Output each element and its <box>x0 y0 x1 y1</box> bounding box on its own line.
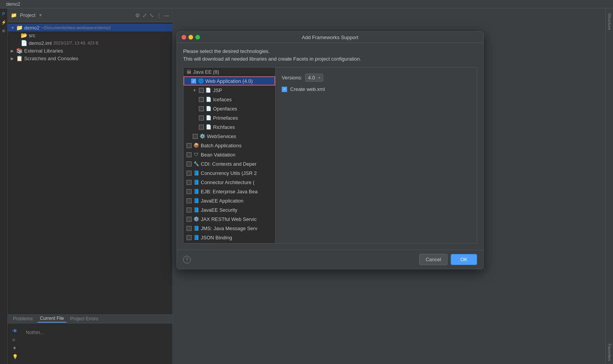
cdi-icon: 🔧 <box>193 161 199 167</box>
framework-list[interactable]: 🏛 Java EE (8) 🌐 Web Application (4.0) <box>183 67 275 244</box>
fw-label-connector: Connector Architecture ( <box>201 180 254 185</box>
fw-item-javaee-security[interactable]: 📘 JavaEE Security <box>183 205 275 214</box>
tree-arrow: ▼ <box>11 26 15 30</box>
bookmark-icon[interactable]: ⚡ <box>0 18 8 26</box>
folder-icon: 📁 <box>11 12 17 18</box>
fw-label-concurrency: Concurrency Utils (JSR 2 <box>201 170 257 176</box>
tree-item-external-libs[interactable]: ▶ 📚 External Libraries <box>8 47 172 54</box>
more-icon[interactable]: ⋮ <box>156 12 162 18</box>
project-icon[interactable]: P <box>0 10 8 18</box>
fw-checkbox-connector[interactable] <box>187 180 192 185</box>
close-button[interactable] <box>182 35 186 40</box>
fw-checkbox-webservices[interactable] <box>193 134 198 139</box>
tree-item-src[interactable]: 📂 src <box>8 31 172 39</box>
dialog-description: Please select the desired technologies. … <box>183 48 477 63</box>
fw-item-connector[interactable]: 📘 Connector Architecture ( <box>183 178 275 187</box>
fw-item-jax-restful[interactable]: ⚙️ JAX RESTful Web Servic <box>183 214 275 224</box>
panel-header: 📁 Project ▼ ⚙ ⤢ ⤡ ⋮ — <box>8 8 172 22</box>
fw-checkbox-cdi[interactable] <box>187 161 192 166</box>
fw-checkbox-jms[interactable] <box>187 226 192 231</box>
fw-item-web-app[interactable]: 🌐 Web Application (4.0) <box>183 76 275 86</box>
fw-checkbox-richfaces[interactable] <box>199 125 204 130</box>
fw-item-json-binding[interactable]: 📘 JSON Binding <box>183 233 275 242</box>
expand-icon[interactable]: ⤢ <box>142 12 147 18</box>
fw-checkbox-javaee-app[interactable] <box>187 198 192 203</box>
bottom-tab-bar: Problems: Current File Project Errors <box>8 315 172 323</box>
maximize-button[interactable] <box>195 35 200 40</box>
fw-item-bean-validation[interactable]: 🛡 Bean Validation <box>183 150 275 159</box>
fw-item-ejb[interactable]: 📘 EJB: Enterprise Java Bea <box>183 187 275 196</box>
fw-checkbox-jax-restful[interactable] <box>187 217 192 222</box>
jms-icon: 📘 <box>193 225 199 231</box>
filter-icon[interactable]: ▼ <box>12 346 18 351</box>
config-panel: Versions: 4.0 3.1 3.0 2.5 <box>275 67 477 244</box>
favorites-tab[interactable]: Favorites <box>606 341 613 364</box>
problems-label: Problems: <box>11 315 36 322</box>
close-panel-icon[interactable]: — <box>164 12 169 18</box>
fw-label-web-app: Web Application (4.0) <box>205 78 253 84</box>
minimize-button[interactable] <box>188 35 193 40</box>
list-icon[interactable]: ≡ <box>12 337 18 343</box>
fw-checkbox-openfaces[interactable] <box>199 106 204 111</box>
webservices-icon: ⚙️ <box>199 133 205 139</box>
tab-project-errors[interactable]: Project Errors <box>68 315 101 322</box>
fw-checkbox-icefaces[interactable] <box>199 97 204 102</box>
fw-checkbox-web-app[interactable] <box>191 79 196 84</box>
fw-item-richfaces[interactable]: 📄 Richfaces <box>183 122 275 132</box>
ok-button[interactable]: OK <box>451 254 477 265</box>
fw-item-openfaces[interactable]: 📄 Openfaces <box>183 104 275 113</box>
tree-root-path: ~/Documents/idea-workspace/demo2 <box>41 25 111 30</box>
javaee-group-header: 🏛 Java EE (8) <box>183 68 275 76</box>
tree-arrow: ▶ <box>11 49 15 53</box>
panel-title: Project <box>20 12 35 18</box>
fw-label-jms: JMS: Java Message Serv <box>201 226 257 231</box>
structure-tab[interactable]: Structure <box>606 10 613 33</box>
fw-item-batch[interactable]: 📦 Batch Applications <box>183 141 275 150</box>
fw-checkbox-json-binding[interactable] <box>187 235 192 240</box>
tree-root-label: demo2 <box>24 25 40 31</box>
project-tree[interactable]: ▼ 📁 demo2 ~/Documents/idea-workspace/dem… <box>8 22 172 314</box>
javaee-icon: 🏛 <box>187 69 192 75</box>
fw-checkbox-concurrency[interactable] <box>187 171 192 176</box>
fw-item-concurrency[interactable]: 📘 Concurrency Utils (JSR 2 <box>183 168 275 178</box>
fw-item-jms[interactable]: 📘 JMS: Java Message Serv <box>183 224 275 233</box>
fw-checkbox-ejb[interactable] <box>187 189 192 194</box>
dialog-body: Please select the desired technologies. … <box>177 43 483 250</box>
tab-current-file[interactable]: Current File <box>38 315 66 323</box>
fw-item-primefaces[interactable]: 📄 Primefaces <box>183 113 275 122</box>
fw-checkbox-jsp[interactable] <box>199 88 204 93</box>
version-select[interactable]: 4.0 3.1 3.0 2.5 <box>305 74 323 82</box>
cancel-button[interactable]: Cancel <box>419 254 448 265</box>
fw-checkbox-javaee-security[interactable] <box>187 208 192 212</box>
concurrency-icon: 📘 <box>193 170 199 176</box>
fw-item-cdi[interactable]: 🔧 CDI: Contexts and Deper <box>183 159 275 168</box>
tree-item-scratches[interactable]: ▶ 📋 Scratches and Consoles <box>8 54 172 62</box>
fw-item-json-processing[interactable]: 📘 JSON Processing (JSR 3! <box>183 242 275 244</box>
fw-checkbox-batch[interactable] <box>187 143 192 148</box>
fw-checkbox-bean-validation[interactable] <box>187 152 192 157</box>
create-webxml-checkbox[interactable] <box>282 87 287 92</box>
javaee-app-icon: 📘 <box>193 198 199 204</box>
primefaces-icon: 📄 <box>205 115 211 121</box>
tree-root-item[interactable]: ▼ 📁 demo2 ~/Documents/idea-workspace/dem… <box>8 24 172 31</box>
fw-item-webservices[interactable]: ⚙️ WebServices <box>183 132 275 141</box>
jsp-icon: 📄 <box>205 87 211 93</box>
fw-item-icefaces[interactable]: 📄 Icefaces <box>183 95 275 104</box>
version-select-wrap[interactable]: 4.0 3.1 3.0 2.5 <box>305 74 323 82</box>
git-icon[interactable]: ⊕ <box>0 27 8 35</box>
eye-icon[interactable]: 👁 <box>12 328 18 334</box>
icefaces-icon: 📄 <box>205 96 211 102</box>
collapse-icon[interactable]: ⤡ <box>149 12 154 18</box>
create-webxml-row: Create web.xml <box>282 86 471 92</box>
settings-icon[interactable]: ⚙ <box>135 12 140 18</box>
tree-src-label: src <box>29 33 35 38</box>
fw-label-javaee-app: JavaEE Application <box>201 198 243 204</box>
bean-validation-icon: 🛡 <box>193 152 199 158</box>
tree-item-iml[interactable]: 📄 demo2.iml 2023/12/7, 13:49, 423 B <box>8 39 172 47</box>
fw-item-jsp[interactable]: ▼ 📄 JSP <box>183 86 275 95</box>
help-button[interactable]: ? <box>183 256 191 264</box>
fw-checkbox-primefaces[interactable] <box>199 115 204 120</box>
tree-arrow: ▶ <box>11 56 15 61</box>
lightbulb-icon[interactable]: 💡 <box>12 354 18 359</box>
fw-item-javaee-app[interactable]: 📘 JavaEE Application <box>183 196 275 205</box>
